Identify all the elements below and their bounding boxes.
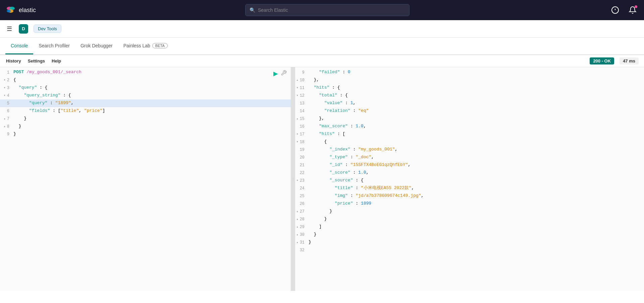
fold-arrow[interactable]: ▾ bbox=[4, 84, 6, 92]
code-line: 32 bbox=[295, 246, 644, 254]
alert-icon-btn[interactable] bbox=[609, 4, 621, 16]
line-number: ▴29 bbox=[295, 223, 309, 231]
code-line: 20 "_type" : "_doc", bbox=[295, 154, 644, 161]
line-number: 5 bbox=[0, 99, 13, 107]
right-editor[interactable]: 9 "failed" : 0▴10 },▾11 "hits" : {▾12 "t… bbox=[295, 67, 644, 291]
notification-icon-btn[interactable] bbox=[627, 4, 639, 16]
breadcrumb-dev-tools[interactable]: Dev Tools bbox=[34, 25, 61, 33]
fold-arrow[interactable]: ▴ bbox=[4, 123, 6, 130]
fold-arrow[interactable]: ▴ bbox=[296, 223, 298, 231]
editor-divider[interactable]: ⋮ bbox=[291, 67, 295, 291]
fold-arrow[interactable]: ▾ bbox=[4, 77, 6, 84]
fold-arrow[interactable]: ▾ bbox=[296, 131, 298, 138]
line-number: 9 bbox=[295, 69, 309, 76]
beta-badge: BETA bbox=[152, 43, 168, 48]
code-line: 26 "price" : 1899 bbox=[295, 200, 644, 208]
fold-arrow[interactable]: ▾ bbox=[296, 177, 298, 184]
help-button[interactable]: Help bbox=[51, 57, 62, 65]
hamburger-icon: ☰ bbox=[7, 26, 12, 32]
line-number: 21 bbox=[295, 161, 309, 169]
settings-button[interactable]: Settings bbox=[27, 57, 46, 65]
status-ok-badge: 200 - OK bbox=[590, 57, 614, 64]
fold-arrow[interactable]: ▴ bbox=[296, 115, 298, 123]
line-number: ▾12 bbox=[295, 92, 309, 99]
fold-arrow[interactable]: ▴ bbox=[4, 115, 6, 123]
fold-arrow[interactable]: ▾ bbox=[296, 84, 298, 92]
line-number: 22 bbox=[295, 169, 309, 177]
fold-arrow[interactable]: ▴ bbox=[296, 77, 298, 84]
code-line: ▾4 "query_string" : { bbox=[0, 92, 291, 99]
code-content: } bbox=[309, 239, 641, 246]
left-editor[interactable]: 1POST /my_goods_001/_search▾2{▾3 "query"… bbox=[0, 67, 291, 291]
code-content: ] bbox=[309, 223, 641, 230]
search-bar[interactable]: 🔍 Search Elastic bbox=[245, 4, 410, 16]
wrench-button[interactable] bbox=[281, 70, 287, 77]
run-button[interactable]: ▶ bbox=[273, 70, 278, 77]
search-placeholder: Search Elastic bbox=[258, 7, 288, 13]
tab-search-profiler[interactable]: Search Profiler bbox=[33, 38, 75, 54]
code-content: "relation" : "eq" bbox=[309, 107, 641, 115]
code-line: ▾11 "hits" : { bbox=[295, 84, 644, 92]
line-number: ▴28 bbox=[295, 215, 309, 223]
history-button[interactable]: History bbox=[5, 57, 22, 65]
fold-arrow[interactable]: ▾ bbox=[296, 92, 298, 99]
line-number: ▴27 bbox=[295, 208, 309, 215]
line-number: ▾3 bbox=[0, 84, 13, 92]
code-line: ▴31} bbox=[295, 239, 644, 246]
code-content: "title" : "小米电视EA55 2022款", bbox=[309, 184, 641, 192]
code-line: ▴28 } bbox=[295, 215, 644, 223]
code-content: } bbox=[13, 130, 288, 138]
line-number: 16 bbox=[295, 123, 309, 130]
dev-tools-avatar: D bbox=[19, 24, 28, 34]
code-content: { bbox=[309, 138, 641, 145]
code-content: "_type" : "_doc", bbox=[309, 154, 641, 161]
code-content: "_id" : "15SFTX4BoEG1qzQhfEbY", bbox=[309, 161, 641, 169]
code-content: "hits" : { bbox=[309, 84, 641, 91]
code-content: } bbox=[309, 215, 641, 223]
line-number: ▴10 bbox=[295, 76, 309, 84]
line-number: ▾23 bbox=[295, 177, 309, 184]
code-content: "_source" : { bbox=[309, 177, 641, 184]
code-line: ▾17 "hits" : [ bbox=[295, 130, 644, 138]
code-line: ▾18 { bbox=[295, 138, 644, 146]
code-line: ▴10 }, bbox=[295, 76, 644, 84]
code-line: ▾2{ bbox=[0, 76, 291, 84]
line-number: 9 bbox=[0, 130, 13, 138]
line-number: 24 bbox=[295, 184, 309, 192]
right-code-area: 9 "failed" : 0▴10 },▾11 "hits" : {▾12 "t… bbox=[295, 67, 644, 255]
code-line: 9} bbox=[0, 130, 291, 138]
code-line: 21 "_id" : "15SFTX4BoEG1qzQhfEbY", bbox=[295, 161, 644, 169]
code-line: 24 "title" : "小米电视EA55 2022款", bbox=[295, 184, 644, 192]
hamburger-menu[interactable]: ☰ bbox=[5, 24, 13, 34]
fold-arrow[interactable]: ▾ bbox=[4, 92, 6, 99]
fold-arrow[interactable]: ▴ bbox=[296, 208, 298, 215]
line-number: 20 bbox=[295, 154, 309, 161]
line-number: ▴30 bbox=[295, 231, 309, 239]
code-content: "value" : 1, bbox=[309, 99, 641, 107]
code-content: } bbox=[13, 115, 288, 122]
line-number: 26 bbox=[295, 200, 309, 208]
code-content: "hits" : [ bbox=[309, 130, 641, 138]
fold-arrow[interactable]: ▴ bbox=[296, 239, 298, 246]
tab-grok-debugger[interactable]: Grok Debugger bbox=[75, 38, 118, 54]
code-line: 16 "max_score" : 1.0, bbox=[295, 123, 644, 130]
line-number: ▾4 bbox=[0, 92, 13, 99]
fold-arrow[interactable]: ▾ bbox=[296, 138, 298, 146]
code-line: 1POST /my_goods_001/_search bbox=[0, 69, 291, 76]
notif-dot bbox=[635, 5, 637, 8]
tab-console[interactable]: Console bbox=[5, 38, 33, 54]
code-line: ▴8 } bbox=[0, 123, 291, 130]
code-line: 5 "query" : "1899", bbox=[0, 99, 291, 107]
top-nav: elastic 🔍 Search Elastic bbox=[0, 0, 644, 20]
editor-actions: ▶ bbox=[273, 70, 287, 77]
fold-arrow[interactable]: ▴ bbox=[296, 216, 298, 223]
line-number: 13 bbox=[295, 99, 309, 107]
code-content: }, bbox=[309, 76, 641, 84]
code-content: } bbox=[309, 208, 641, 215]
second-nav: ☰ D Dev Tools bbox=[0, 20, 644, 38]
code-line: 19 "_index" : "my_goods_001", bbox=[295, 146, 644, 154]
line-number: ▴7 bbox=[0, 115, 13, 123]
tab-painless-lab[interactable]: Painless Lab BETA bbox=[118, 38, 173, 54]
fold-arrow[interactable]: ▴ bbox=[296, 231, 298, 239]
line-number: 19 bbox=[295, 146, 309, 154]
